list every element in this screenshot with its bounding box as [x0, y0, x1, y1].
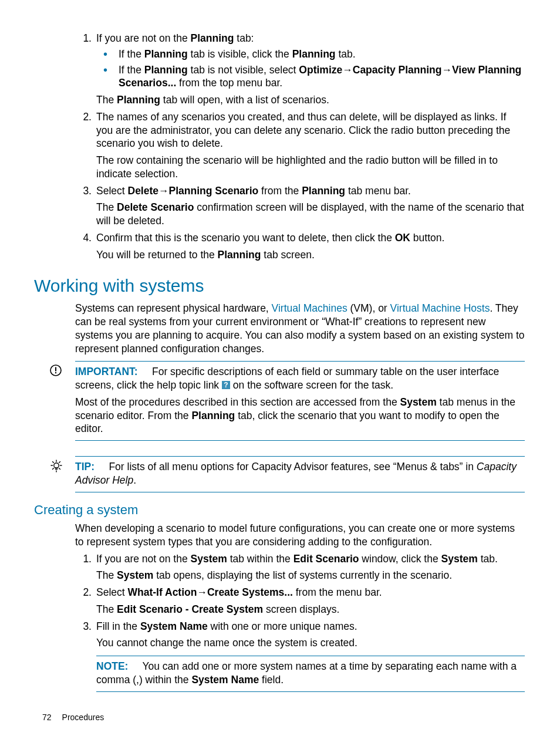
step-3: 3. Fill in the System Name with one or m…	[75, 620, 525, 692]
step-1: 1. If you are not on the System tab with…	[75, 552, 525, 583]
step-text: Select Delete→Planning Scenario from the…	[96, 185, 411, 197]
tip-text: For lists of all menu options for Capaci…	[75, 461, 517, 486]
step-1: 1. If you are not on the Planning tab: I…	[75, 32, 525, 107]
step-number: 2.	[75, 110, 92, 124]
creating-intro: When developing a scenario to model futu…	[75, 522, 525, 549]
important-icon	[49, 364, 67, 377]
important-text: For specific descriptions of each field …	[75, 366, 499, 391]
page-footer: 72Procedures	[42, 712, 104, 723]
step-text: The names of any scenarios you created, …	[96, 110, 525, 150]
step-2: 2. The names of any scenarios you create…	[75, 110, 525, 181]
step-text: If you are not on the Planning tab:	[96, 32, 254, 44]
step-result: The Planning tab will open, with a list …	[96, 93, 525, 107]
step-number: 3.	[75, 620, 92, 633]
step-number: 3.	[75, 184, 92, 198]
tip-label: TIP:	[75, 461, 95, 472]
sub-bullets: If the Planning tab is visible, click th…	[96, 48, 525, 90]
step-result: The row containing the scenario will be …	[96, 154, 525, 181]
step-result: The System tab opens, displaying the lis…	[96, 569, 525, 582]
tip-callout: TIP: For lists of all menu options for C…	[75, 456, 525, 492]
link-virtual-machines[interactable]: Virtual Machines	[272, 302, 348, 314]
note-label: NOTE:	[96, 660, 128, 672]
important-label: IMPORTANT:	[75, 366, 138, 377]
svg-point-3	[54, 463, 59, 468]
step-text: If you are not on the System tab within …	[96, 553, 498, 565]
svg-rect-1	[55, 367, 56, 372]
section-name: Procedures	[62, 713, 104, 722]
step-number: 1.	[75, 32, 92, 45]
note-text: You can add one or more system names at …	[96, 660, 517, 686]
link-virtual-machine-hosts[interactable]: Virtual Machine Hosts	[390, 302, 490, 314]
page-number: 72	[42, 713, 52, 722]
step-2: 2. Select What-If Action→Create Systems.…	[75, 586, 525, 616]
step-result: You cannot change the name once the syst…	[96, 636, 525, 650]
step-text: Confirm that this is the scenario you wa…	[96, 232, 444, 244]
bullet-planning-visible: If the Planning tab is visible, click th…	[96, 48, 525, 61]
step-4: 4. Confirm that this is the scenario you…	[75, 231, 525, 262]
bullet-planning-not-visible: If the Planning tab is not visible, sele…	[96, 63, 525, 90]
svg-rect-2	[55, 372, 56, 373]
step-result: The Edit Scenario - Create System screen…	[96, 603, 525, 616]
tip-icon	[49, 459, 67, 473]
document-page: 1. If you are not on the Planning tab: I…	[0, 0, 560, 746]
help-icon: ?	[222, 381, 230, 389]
procedure-delete-scenario: 1. If you are not on the Planning tab: I…	[42, 32, 525, 261]
step-result: The Delete Scenario confirmation screen …	[96, 201, 525, 228]
heading-creating-a-system: Creating a system	[34, 502, 525, 519]
step-3: 3. Select Delete→Planning Scenario from …	[75, 184, 525, 228]
important-extra: Most of the procedures described in this…	[75, 396, 525, 436]
step-number: 4.	[75, 231, 92, 245]
step-text: Select What-If Action→Create Systems... …	[96, 586, 382, 598]
heading-working-with-systems: Working with systems	[34, 274, 525, 297]
step-result: You will be returned to the Planning tab…	[96, 248, 525, 262]
intro-paragraph: Systems can represent physical hardware,…	[75, 302, 525, 355]
step-number: 2.	[75, 586, 92, 599]
step-text: Fill in the System Name with one or more…	[96, 620, 357, 632]
step-number: 1.	[75, 552, 92, 566]
note-callout: NOTE: You can add one or more system nam…	[96, 656, 525, 692]
important-callout: IMPORTANT: For specific descriptions of …	[75, 361, 525, 441]
procedure-create-system: 1. If you are not on the System tab with…	[42, 552, 525, 692]
